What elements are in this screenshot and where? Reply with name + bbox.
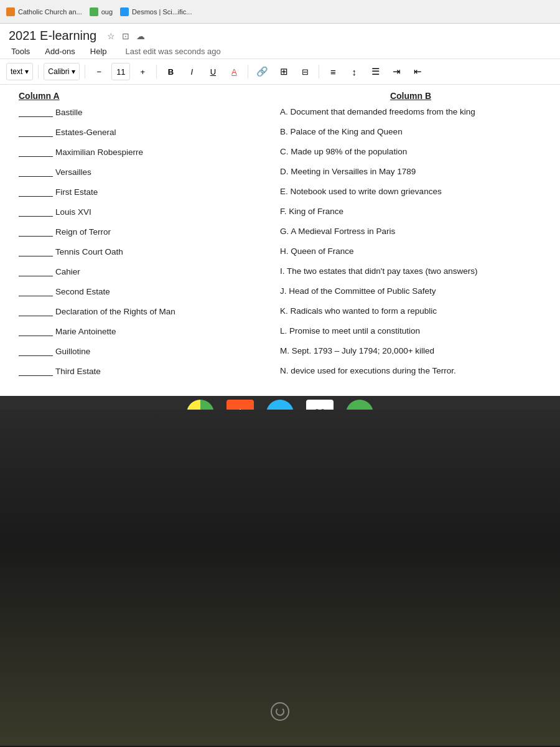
col-a-item: First Estate	[19, 187, 280, 197]
col-b-item: J. Head of the Committee of Public Safet…	[280, 286, 541, 296]
italic-btn[interactable]: I	[183, 63, 200, 80]
col-a-item: Tennis Court Oath	[19, 247, 280, 256]
term-versailles: Versailles	[55, 167, 91, 177]
col-b-item: F. King of France	[280, 207, 541, 216]
col-b-item: B. Palace of the King and Queen	[280, 127, 541, 136]
last-edit-label: Last edit was seconds ago	[126, 47, 221, 56]
star-icon[interactable]: ☆	[105, 31, 116, 42]
table-row: Versailles D. Meeting in Versailles in M…	[19, 167, 541, 183]
col-b-item: L. Promise to meet until a constitution	[280, 326, 541, 336]
folder-icon[interactable]: ⊡	[120, 31, 131, 42]
table-row: Cahier I. The two estates that didn't pa…	[19, 266, 541, 283]
tab-favicon-desmos	[120, 7, 129, 16]
answer-blank[interactable]	[19, 306, 53, 316]
answer-blank[interactable]	[19, 227, 53, 237]
col-b-item: A. Document that demanded freedoms from …	[280, 107, 541, 116]
bold-btn[interactable]: B	[162, 63, 179, 80]
answer-blank[interactable]	[19, 286, 53, 296]
table-row: Guillotine M. Sept. 1793 – July 1794; 20…	[19, 346, 541, 362]
browser-tab-bar: Catholic Church an... oug Desmos | Sci..…	[0, 0, 560, 24]
laptop-bottom-area	[0, 410, 560, 746]
menu-tools[interactable]: Tools	[9, 45, 32, 57]
term-robespierre: Maximilian Robespierre	[55, 148, 143, 157]
term-tennis-court-oath: Tennis Court Oath	[55, 247, 123, 256]
table-row: Third Estate N. device used for executio…	[19, 366, 541, 382]
font-dropdown[interactable]: Calibri ▾	[44, 63, 80, 80]
col-b-item: K. Radicals who wanted to form a republi…	[280, 306, 541, 316]
term-louis-xvi: Louis XVI	[55, 207, 91, 217]
menu-help[interactable]: Help	[88, 45, 110, 57]
keyboard-area	[0, 410, 560, 746]
answer-blank[interactable]	[19, 167, 53, 177]
link-icon[interactable]: 🔗	[253, 63, 271, 80]
term-estates-general: Estates-General	[55, 128, 116, 137]
tab-oug[interactable]: oug	[90, 7, 113, 16]
col-b-item: C. Made up 98% of the population	[280, 147, 541, 156]
outdent-icon[interactable]: ⇤	[409, 63, 426, 80]
line-spacing-icon[interactable]: ↕	[345, 63, 363, 80]
docs-title-bar: 2021 E-learning ☆ ⊡ ☁	[0, 24, 560, 44]
style-label: text	[11, 67, 22, 76]
term-guillotine: Guillotine	[55, 347, 90, 356]
table-row: First Estate E. Notebook used to write d…	[19, 187, 541, 203]
tab-catholic[interactable]: Catholic Church an...	[6, 7, 82, 16]
tab-favicon-oug	[90, 7, 98, 16]
answer-blank[interactable]	[19, 366, 53, 376]
font-label: Calibri	[48, 67, 69, 76]
cloud-icon[interactable]: ☁	[135, 31, 146, 42]
col-a-item: Louis XVI	[19, 207, 280, 217]
term-cahier: Cahier	[55, 267, 80, 276]
docs-menu-bar: Tools Add-ons Help Last edit was seconds…	[0, 44, 560, 59]
font-size-minus-btn[interactable]: −	[90, 63, 108, 80]
font-chevron-icon: ▾	[72, 67, 75, 76]
image-icon[interactable]: ⊞	[275, 63, 292, 80]
docs-container: 2021 E-learning ☆ ⊡ ☁ Tools Add-ons Help…	[0, 24, 560, 410]
answer-blank[interactable]	[19, 207, 53, 217]
col-b-item: D. Meeting in Versailles in May 1789	[280, 167, 541, 176]
term-marie-antoinette: Marie Antoinette	[55, 327, 116, 336]
font-size-input[interactable]: 11	[111, 63, 130, 80]
toolbar-separator-1	[38, 65, 39, 78]
table-row: Estates-General B. Palace of the King an…	[19, 127, 541, 143]
table-icon[interactable]: ⊟	[296, 63, 314, 80]
col-a-item: Declaration of the Rights of Man	[19, 306, 280, 316]
col-a-item: Cahier	[19, 266, 280, 276]
term-bastille: Bastille	[55, 108, 83, 117]
underline-btn[interactable]: U	[204, 63, 222, 80]
align-icon[interactable]: ≡	[324, 63, 342, 80]
table-row: Reign of Terror G. A Medieval Fortress i…	[19, 227, 541, 243]
col-a-header: Column A	[19, 91, 280, 101]
col-b-item: E. Notebook used to write down grievance…	[280, 187, 541, 196]
col-a-item: Second Estate	[19, 286, 280, 296]
term-third-estate: Third Estate	[55, 367, 101, 376]
matching-rows: Bastille A. Document that demanded freed…	[19, 107, 541, 382]
docs-toolbar: text ▾ Calibri ▾ − 11 + B I U A 🔗 ⊞ ⊟ ≡ …	[0, 59, 560, 85]
toolbar-separator-5	[319, 65, 319, 78]
indent-icon[interactable]: ⇥	[388, 63, 405, 80]
answer-blank[interactable]	[19, 187, 53, 197]
font-size-plus-btn[interactable]: +	[134, 63, 151, 80]
col-b-item: G. A Medieval Fortress in Paris	[280, 227, 541, 236]
answer-blank[interactable]	[19, 346, 53, 356]
table-row: Louis XVI F. King of France	[19, 207, 541, 223]
list-icon[interactable]: ☰	[366, 63, 384, 80]
col-a-item: Versailles	[19, 167, 280, 177]
answer-blank[interactable]	[19, 107, 53, 117]
answer-blank[interactable]	[19, 326, 53, 336]
toolbar-separator-3	[156, 65, 157, 78]
answer-blank[interactable]	[19, 127, 53, 137]
tab-favicon-catholic	[6, 7, 15, 16]
table-row: Tennis Court Oath H. Queen of France	[19, 247, 541, 263]
strikethrough-btn[interactable]: A	[225, 63, 243, 80]
answer-blank[interactable]	[19, 266, 53, 276]
tab-desmos[interactable]: Desmos | Sci...ific...	[120, 7, 192, 16]
answer-blank[interactable]	[19, 147, 53, 157]
power-button[interactable]	[271, 702, 289, 721]
toolbar-separator-4	[248, 65, 248, 78]
table-row: Second Estate J. Head of the Committee o…	[19, 286, 541, 303]
answer-blank[interactable]	[19, 247, 53, 256]
menu-addons[interactable]: Add-ons	[42, 45, 77, 57]
term-second-estate: Second Estate	[55, 287, 110, 296]
style-dropdown[interactable]: text ▾	[6, 63, 33, 80]
col-a-item: Estates-General	[19, 127, 280, 137]
